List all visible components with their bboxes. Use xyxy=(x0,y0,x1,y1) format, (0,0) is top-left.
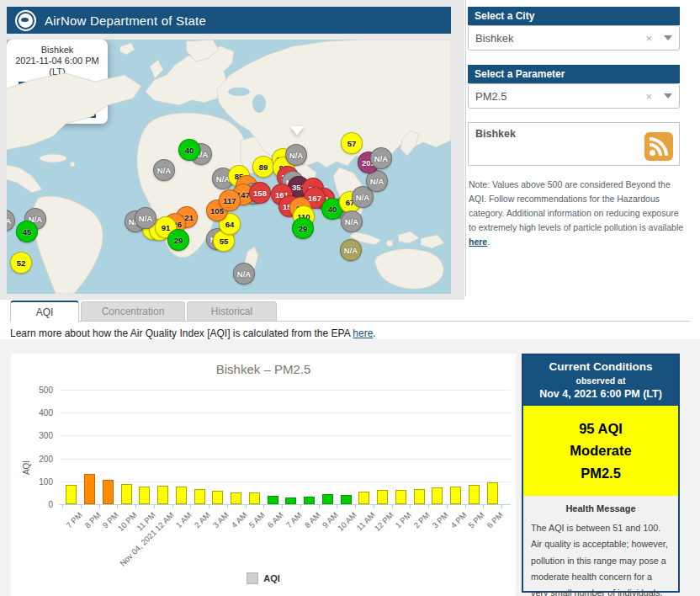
chart-x-tick xyxy=(410,505,411,508)
chart-bar[interactable] xyxy=(176,487,187,504)
chart-x-tick-label: 3 PM xyxy=(430,510,449,529)
aqi-map-marker[interactable]: N/A xyxy=(340,239,362,261)
chart-bar[interactable] xyxy=(194,489,205,504)
aqi-map-marker[interactable]: N/A xyxy=(233,263,255,285)
chart-x-tick xyxy=(190,505,191,508)
chart-x-tick xyxy=(172,505,173,508)
chart-x-tick-label: 8 AM xyxy=(302,510,321,529)
chart-x-tick xyxy=(209,505,209,508)
health-message-box: Health Message The AQI is between 51 and… xyxy=(523,496,678,596)
chart-bar[interactable] xyxy=(157,486,168,504)
chart-x-tick-label: 2 PM xyxy=(411,510,431,529)
aqi-map-marker[interactable]: 29 xyxy=(167,229,189,251)
aqi-map-marker[interactable]: 29 xyxy=(292,217,314,239)
city-chevron-down-icon[interactable] xyxy=(664,35,672,40)
aqi-map-marker[interactable]: 158 xyxy=(249,182,271,204)
learn-more-prefix: Learn more about how the Air Quality Ind… xyxy=(10,327,353,339)
chart-bar[interactable] xyxy=(395,490,406,504)
chart-bar[interactable] xyxy=(341,495,352,504)
aqi-map-marker[interactable]: 45 xyxy=(16,221,38,242)
chart-bar[interactable] xyxy=(432,487,443,504)
chart-x-tick xyxy=(465,505,466,508)
learn-more-here-link[interactable]: here xyxy=(353,327,373,339)
city-clear-icon[interactable]: × xyxy=(645,32,652,45)
chart-bar[interactable] xyxy=(414,489,425,504)
chart-bar[interactable] xyxy=(377,490,388,504)
chart-bar[interactable] xyxy=(139,487,150,504)
rss-icon[interactable] xyxy=(644,132,673,161)
beyond-aqi-note: Note: Values above 500 are considered Be… xyxy=(469,178,684,249)
chart-x-tick-label: 2 AM xyxy=(193,510,212,529)
aqi-map-marker[interactable]: N/A xyxy=(153,159,175,181)
tab-aqi[interactable]: AQI xyxy=(10,301,79,322)
aqi-map-marker[interactable]: N/A xyxy=(285,144,307,166)
select-city-label: Select a City xyxy=(475,10,534,22)
current-aqi-box: 95 AQI Moderate PM2.5 xyxy=(523,406,678,496)
app-header: AirNow Department of State xyxy=(7,7,451,34)
chart-x-tick xyxy=(374,505,374,508)
chart-bar[interactable] xyxy=(469,485,480,504)
chart-x-tick-label: 11 AM xyxy=(354,510,376,532)
chart-x-tick xyxy=(428,505,429,508)
chart-bar[interactable] xyxy=(304,497,315,504)
aqi-map-marker[interactable]: N/A xyxy=(135,207,156,229)
chart-bar[interactable] xyxy=(285,498,296,504)
chart-bar[interactable] xyxy=(487,482,498,504)
chart-x-tick xyxy=(319,505,320,508)
chart-bar[interactable] xyxy=(249,492,260,504)
chart-x-axis-line xyxy=(60,504,511,505)
chart-x-tick xyxy=(392,505,393,508)
parameter-select-value: PM2.5 xyxy=(475,90,645,103)
map-popup-tail xyxy=(290,126,304,136)
city-select[interactable]: Bishkek × xyxy=(468,25,680,51)
chart-bar[interactable] xyxy=(231,492,241,504)
chart-x-tick-label: 6 AM xyxy=(266,510,285,529)
aqi-map-marker[interactable]: 117 xyxy=(219,189,241,211)
chart-bar[interactable] xyxy=(66,485,77,504)
chart-title: Bishkek – PM2.5 xyxy=(11,362,516,376)
app-title: AirNow Department of State xyxy=(45,13,206,28)
chart-x-tick xyxy=(483,505,484,508)
parameter-chevron-down-icon[interactable] xyxy=(664,93,672,98)
rss-city-label: Bishkek xyxy=(475,128,516,140)
tab-historical[interactable]: Historical xyxy=(187,301,277,321)
tab-historical-label: Historical xyxy=(211,306,252,317)
chart-x-tick xyxy=(282,505,283,508)
aqi-map-marker[interactable]: N/A xyxy=(341,210,363,232)
aqi-map-marker[interactable]: 40 xyxy=(178,139,200,161)
chart-gridline xyxy=(60,412,511,413)
chart-bar[interactable] xyxy=(84,474,95,504)
chart-bar[interactable] xyxy=(268,496,278,504)
world-aqi-map[interactable]: N/A40N/AN/A858910390N/A133N/A147158195N/… xyxy=(7,40,451,294)
legend-label: AQI xyxy=(263,573,280,583)
aqi-map-marker[interactable]: 57 xyxy=(341,132,363,154)
note-here-link[interactable]: here xyxy=(469,237,487,247)
chart-x-tick xyxy=(62,505,63,508)
chart-gridline xyxy=(60,459,511,460)
chart-bar[interactable] xyxy=(450,487,461,504)
chart-bar[interactable] xyxy=(358,492,369,504)
tab-rule xyxy=(10,321,690,322)
select-parameter-label: Select a Parameter xyxy=(475,68,565,80)
tab-aqi-label: AQI xyxy=(36,306,54,318)
chart-bar[interactable] xyxy=(103,480,114,504)
chart-bar[interactable] xyxy=(322,494,333,504)
current-aqi-value: 95 AQI xyxy=(527,418,675,439)
aqi-map-marker[interactable]: 52 xyxy=(10,252,32,274)
parameter-select[interactable]: PM2.5 × xyxy=(468,83,680,109)
chart-bar[interactable] xyxy=(212,491,223,504)
select-parameter-header: Select a Parameter xyxy=(468,65,680,83)
chart-gridline xyxy=(60,435,511,436)
legend-swatch xyxy=(247,572,258,584)
parameter-clear-icon[interactable]: × xyxy=(645,90,652,103)
chart-y-tick-label: 400 xyxy=(23,408,53,418)
learn-more-text: Learn more about how the Air Quality Ind… xyxy=(10,327,376,339)
chart-gridline xyxy=(60,390,511,391)
aqi-bar-chart: Bishkek – PM2.5 AQI AQI 0100200300400500… xyxy=(11,354,516,596)
chart-gridline xyxy=(60,482,511,482)
chart-bar[interactable] xyxy=(121,484,132,504)
aqi-map-marker[interactable]: N/A xyxy=(370,147,392,169)
observed-datetime: Nov 4, 2021 6:00 PM (LT) xyxy=(527,388,675,400)
chart-x-tick-label: 8 PM xyxy=(82,510,102,529)
tab-concentration[interactable]: Concentration xyxy=(81,301,185,321)
